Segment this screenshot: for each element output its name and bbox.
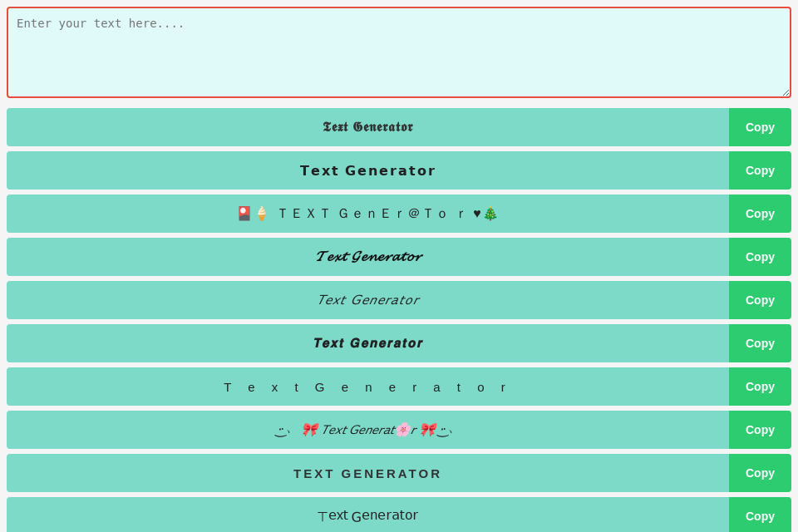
text-display-4: 𝓣𝓮𝔁𝓽 𝓖𝓮𝓷𝓮𝓻𝓪𝓽𝓸𝓻 [7,238,729,276]
copy-button-6[interactable]: Copy [729,324,791,362]
copy-button-3[interactable]: Copy [729,195,791,233]
text-row-4: 𝓣𝓮𝔁𝓽 𝓖𝓮𝓷𝓮𝓻𝓪𝓽𝓸𝓻Copy [7,238,791,276]
text-display-3: 🎴🍦 ＴＥＸＴ ＧｅｎＥｒ＠Ｔｏ ｒ ♥🎄 [7,195,729,233]
text-display-7: T e x t G e n e r a t o r [7,367,729,406]
text-row-7: T e x t G e n e r a t o rCopy [7,367,791,406]
text-row-5: 𝘛𝘦𝘹𝘵 𝘎𝘦𝘯𝘦𝘳𝘢𝘵𝘰𝘳Copy [7,281,791,319]
copy-button-10[interactable]: Copy [729,497,791,532]
styled-text-6: 𝙏𝙚𝙭𝙩 𝙂𝙚𝙣𝙚𝙧𝙖𝙩𝙤𝙧 [313,336,423,351]
text-display-2: 𝗧𝗲𝘅𝘁 𝗚𝗲𝗻𝗲𝗿𝗮𝘁𝗼𝗿 [7,151,729,190]
styled-text-3: 🎴🍦 ＴＥＸＴ ＧｅｎＥｒ＠Ｔｏ ｒ ♥🎄 [236,205,499,223]
text-display-9: TEXT GENERATOR [7,454,729,492]
text-row-6: 𝙏𝙚𝙭𝙩 𝙂𝙚𝙣𝙚𝙧𝙖𝙩𝙤𝙧Copy [7,324,791,362]
styled-text-2: 𝗧𝗲𝘅𝘁 𝗚𝗲𝗻𝗲𝗿𝗮𝘁𝗼𝗿 [300,163,436,179]
copy-button-5[interactable]: Copy [729,281,791,319]
styled-text-10: ɹoʇɐɹǝuǝ⅁ ʇxǝ⊥ [317,509,418,525]
styled-text-8: ·͜·﹆ 🎀 𝘛𝘦𝘹𝘵 𝘎𝘦𝘯𝘦𝘳𝘢𝘵🌸𝘳 🎀 ·͜·﹆ [277,421,460,439]
text-display-6: 𝙏𝙚𝙭𝙩 𝙂𝙚𝙣𝙚𝙧𝙖𝙩𝙤𝙧 [7,324,729,362]
copy-button-7[interactable]: Copy [729,367,791,406]
styled-text-5: 𝘛𝘦𝘹𝘵 𝘎𝘦𝘯𝘦𝘳𝘢𝘵𝘰𝘳 [317,292,418,308]
styled-text-1: 𝕿𝖊𝖝𝖙 𝕲𝖊𝖓𝖊𝖗𝖆𝖙𝖔𝖗 [323,120,413,135]
styled-text-7: T e x t G e n e r a t o r [224,380,511,394]
copy-button-9[interactable]: Copy [729,454,791,492]
styled-text-4: 𝓣𝓮𝔁𝓽 𝓖𝓮𝓷𝓮𝓻𝓪𝓽𝓸𝓻 [315,249,421,265]
text-display-5: 𝘛𝘦𝘹𝘵 𝘎𝘦𝘯𝘦𝘳𝘢𝘵𝘰𝘳 [7,281,729,319]
styled-text-9: TEXT GENERATOR [293,466,442,480]
text-row-10: ɹoʇɐɹǝuǝ⅁ ʇxǝ⊥Copy [7,497,791,532]
text-display-1: 𝕿𝖊𝖝𝖙 𝕲𝖊𝖓𝖊𝖗𝖆𝖙𝖔𝖗 [7,108,729,146]
text-row-9: TEXT GENERATORCopy [7,454,791,492]
copy-button-2[interactable]: Copy [729,151,791,190]
text-row-3: 🎴🍦 ＴＥＸＴ ＧｅｎＥｒ＠Ｔｏ ｒ ♥🎄Copy [7,195,791,233]
text-display-10: ɹoʇɐɹǝuǝ⅁ ʇxǝ⊥ [7,497,729,532]
copy-button-8[interactable]: Copy [729,411,791,449]
text-row-1: 𝕿𝖊𝖝𝖙 𝕲𝖊𝖓𝖊𝖗𝖆𝖙𝖔𝖗Copy [7,108,791,146]
copy-button-4[interactable]: Copy [729,238,791,276]
text-row-2: 𝗧𝗲𝘅𝘁 𝗚𝗲𝗻𝗲𝗿𝗮𝘁𝗼𝗿Copy [7,151,791,190]
text-row-8: ·͜·﹆ 🎀 𝘛𝘦𝘹𝘵 𝘎𝘦𝘯𝘦𝘳𝘢𝘵🌸𝘳 🎀 ·͜·﹆Copy [7,411,791,449]
text-display-8: ·͜·﹆ 🎀 𝘛𝘦𝘹𝘵 𝘎𝘦𝘯𝘦𝘳𝘢𝘵🌸𝘳 🎀 ·͜·﹆ [7,411,729,449]
text-input[interactable] [7,7,791,98]
copy-button-1[interactable]: Copy [729,108,791,146]
